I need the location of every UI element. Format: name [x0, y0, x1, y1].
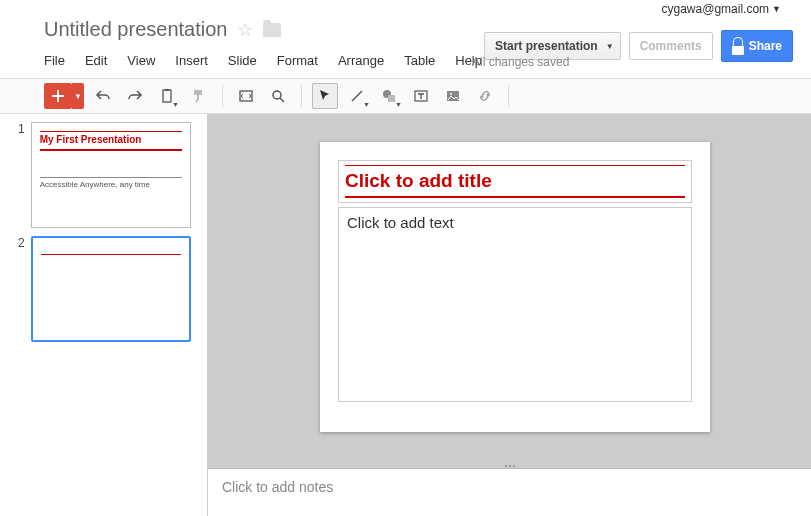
- svg-rect-6: [388, 95, 395, 102]
- image-tool[interactable]: [440, 83, 466, 109]
- slide-thumbnail[interactable]: [31, 236, 191, 342]
- share-button[interactable]: Share: [721, 30, 793, 62]
- star-icon[interactable]: ☆: [237, 19, 253, 41]
- thumb-title: My First Presentation: [40, 134, 182, 146]
- line-tool[interactable]: ▼: [344, 83, 370, 109]
- svg-point-4: [273, 91, 281, 99]
- notes-resize-handle[interactable]: [498, 465, 522, 472]
- thumb-number: 1: [18, 122, 25, 136]
- textbox-tool[interactable]: [408, 83, 434, 109]
- start-presentation-dropdown[interactable]: ▼: [600, 32, 621, 60]
- toolbar: ▼ ▼ ▼ ▼: [0, 78, 811, 114]
- chevron-down-icon: ▼: [606, 42, 614, 51]
- thumb-subtitle: Accessible Anywhere, any time: [40, 180, 182, 189]
- account-menu[interactable]: cygawa@gmail.com ▼: [662, 2, 781, 16]
- fit-button[interactable]: [233, 83, 259, 109]
- body-placeholder[interactable]: Click to add text: [338, 207, 692, 402]
- undo-button[interactable]: [90, 83, 116, 109]
- menu-format[interactable]: Format: [277, 53, 318, 68]
- slide-panel: 1 My First Presentation Accessible Anywh…: [0, 114, 208, 516]
- doc-title[interactable]: Untitled presentation: [44, 18, 227, 41]
- slide-canvas[interactable]: Click to add title Click to add text: [208, 114, 811, 468]
- menu-arrange[interactable]: Arrange: [338, 53, 384, 68]
- body-text: Click to add text: [347, 214, 454, 231]
- thumb-number: 2: [18, 236, 25, 250]
- svg-rect-1: [165, 89, 169, 91]
- notes-placeholder: Click to add notes: [222, 479, 333, 495]
- chevron-down-icon: ▼: [772, 4, 781, 14]
- new-slide-dropdown[interactable]: ▼: [72, 83, 84, 109]
- account-email: cygawa@gmail.com: [662, 2, 770, 16]
- speaker-notes[interactable]: Click to add notes: [208, 468, 811, 516]
- link-tool[interactable]: [472, 83, 498, 109]
- menu-slide[interactable]: Slide: [228, 53, 257, 68]
- zoom-button[interactable]: [265, 83, 291, 109]
- separator: [508, 85, 509, 107]
- svg-rect-2: [194, 90, 202, 95]
- svg-point-9: [450, 93, 452, 95]
- shape-tool[interactable]: ▼: [376, 83, 402, 109]
- paste-button[interactable]: ▼: [154, 83, 180, 109]
- separator: [301, 85, 302, 107]
- separator: [222, 85, 223, 107]
- menu-insert[interactable]: Insert: [175, 53, 208, 68]
- select-tool[interactable]: [312, 83, 338, 109]
- save-status: All changes saved: [472, 55, 569, 69]
- current-slide[interactable]: Click to add title Click to add text: [320, 142, 710, 432]
- menu-file[interactable]: File: [44, 53, 65, 68]
- svg-rect-0: [163, 90, 171, 102]
- comments-button[interactable]: Comments: [629, 32, 713, 60]
- menu-view[interactable]: View: [127, 53, 155, 68]
- paint-format-button[interactable]: [186, 83, 212, 109]
- title-text: Click to add title: [345, 170, 685, 192]
- svg-rect-3: [240, 91, 252, 101]
- redo-button[interactable]: [122, 83, 148, 109]
- title-placeholder[interactable]: Click to add title: [338, 160, 692, 203]
- folder-icon[interactable]: [263, 23, 281, 37]
- menu-bar: File Edit View Insert Slide Format Arran…: [44, 53, 482, 68]
- menu-table[interactable]: Table: [404, 53, 435, 68]
- new-slide-button[interactable]: [44, 83, 72, 109]
- lock-icon: [732, 37, 744, 55]
- slide-thumbnail[interactable]: My First Presentation Accessible Anywher…: [31, 122, 191, 228]
- menu-edit[interactable]: Edit: [85, 53, 107, 68]
